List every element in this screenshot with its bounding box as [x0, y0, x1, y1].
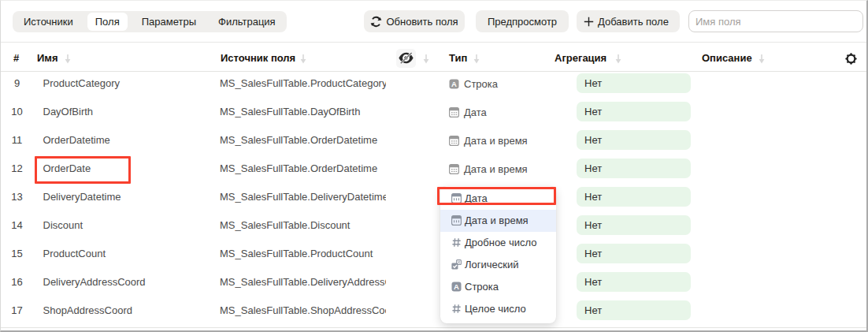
- svg-text:A: A: [451, 79, 457, 88]
- svg-text:A: A: [454, 282, 459, 291]
